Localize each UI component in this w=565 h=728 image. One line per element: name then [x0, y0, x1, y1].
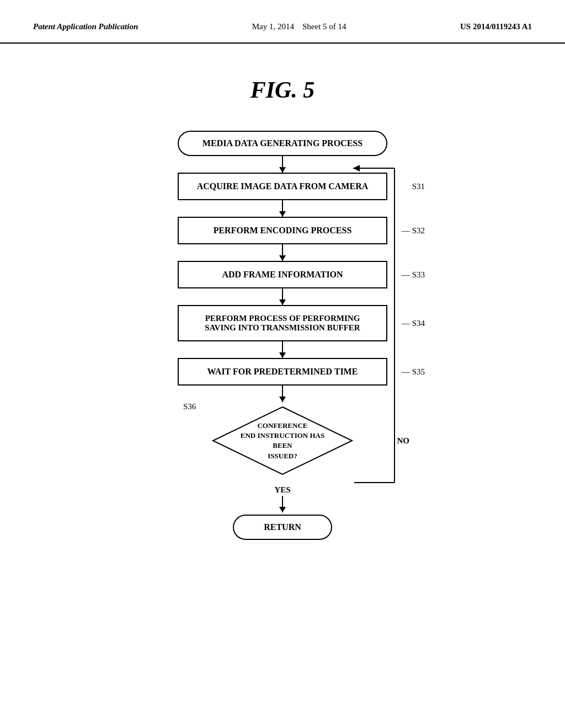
arrow-5: [282, 341, 283, 358]
arrow-1: [282, 156, 283, 173]
sheet-info: May 1, 2014 Sheet 5 of 14: [252, 22, 347, 31]
step-s33: ADD FRAME INFORMATION — S33: [178, 261, 387, 288]
step-s33-row: ADD FRAME INFORMATION — S33: [178, 261, 387, 288]
step-s34-row: PERFORM PROCESS OF PERFORMINGSAVING INTO…: [178, 305, 387, 341]
step-s35-row: WAIT FOR PREDETERMINED TIME — S35: [178, 358, 387, 386]
s36-label: S36: [183, 402, 196, 411]
arrow-4: [282, 288, 283, 305]
step-s33-label: — S33: [402, 270, 425, 280]
step-s35-label: — S35: [402, 367, 425, 377]
end-terminal: RETURN: [233, 515, 332, 540]
arrow-6: [282, 386, 283, 402]
arrow-3: [282, 244, 283, 261]
step-s32-label: — S32: [402, 226, 425, 235]
arrow-2: [282, 200, 283, 217]
no-label: NO: [397, 436, 410, 446]
patent-number: US 2014/0119243 A1: [460, 22, 532, 31]
step-s32: PERFORM ENCODING PROCESS — S32: [178, 217, 387, 244]
start-terminal: MEDIA DATA GENERATING PROCESS: [178, 131, 387, 156]
end-terminal-row: RETURN: [233, 515, 332, 540]
step-s35: WAIT FOR PREDETERMINED TIME — S35: [178, 358, 387, 386]
flowchart: MEDIA DATA GENERATING PROCESS ACQUIRE IM…: [0, 131, 565, 540]
step-s34-label: — S34: [402, 319, 425, 328]
sheet-label: Sheet 5 of 14: [302, 22, 347, 31]
decision-text: CONFERENCEEND INSTRUCTION HAS BEENISSUED…: [238, 421, 327, 461]
step-s31-row: ACQUIRE IMAGE DATA FROM CAMERA S31: [178, 173, 387, 200]
step-s31: ACQUIRE IMAGE DATA FROM CAMERA S31: [178, 173, 387, 200]
figure-title: FIG. 5: [0, 77, 565, 103]
step-s34: PERFORM PROCESS OF PERFORMINGSAVING INTO…: [178, 305, 387, 341]
arrow-7: [282, 496, 283, 512]
publication-label: Patent Application Publication: [33, 22, 138, 31]
step-s31-label: S31: [412, 182, 425, 191]
step-s32-row: PERFORM ENCODING PROCESS — S32: [178, 217, 387, 244]
yes-label: YES: [274, 485, 290, 495]
page-header: Patent Application Publication May 1, 20…: [0, 0, 565, 44]
date-label: May 1, 2014: [252, 22, 294, 31]
